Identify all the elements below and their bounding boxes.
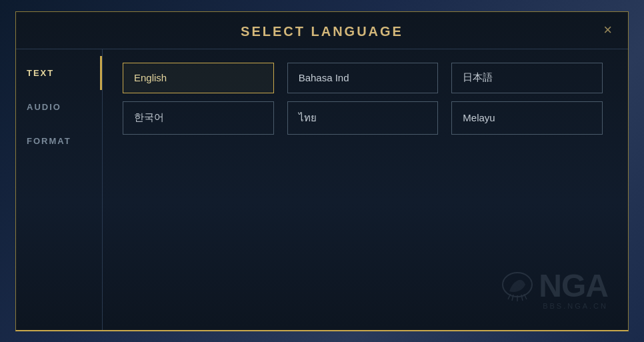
language-option-bahasa-ind[interactable]: Bahasa Ind <box>287 63 439 93</box>
bbs-label: BBS.NGA.CN <box>539 302 608 310</box>
sidebar-item-format[interactable]: FORMAT <box>16 124 102 158</box>
watermark-text: NGA BBS.NGA.CN <box>539 270 608 310</box>
select-language-modal: SELECT LANGUAGE × TEXT AUDIO FORMAT Engl… <box>15 11 629 331</box>
modal-header: SELECT LANGUAGE × <box>16 12 628 49</box>
sidebar: TEXT AUDIO FORMAT <box>16 49 103 330</box>
language-option-korean[interactable]: 한국어 <box>123 101 274 135</box>
content-area: English Bahasa Ind 日本語 한국어 ไทย <box>103 49 628 330</box>
sidebar-item-text[interactable]: TEXT <box>16 56 102 90</box>
nga-logo-icon <box>497 271 537 308</box>
language-option-japanese[interactable]: 日本語 <box>451 63 603 93</box>
language-grid: English Bahasa Ind 日本語 한국어 ไทย <box>123 63 603 135</box>
language-option-english[interactable]: English <box>123 63 274 93</box>
modal-title: SELECT LANGUAGE <box>241 24 403 39</box>
language-option-malay[interactable]: Melayu <box>451 101 603 135</box>
language-option-thai[interactable]: ไทย <box>287 101 439 135</box>
modal-overlay: SELECT LANGUAGE × TEXT AUDIO FORMAT Engl… <box>0 0 644 342</box>
close-button[interactable]: × <box>598 20 617 40</box>
nga-label: NGA <box>539 270 608 302</box>
watermark: NGA BBS.NGA.CN <box>497 270 608 310</box>
modal-body: TEXT AUDIO FORMAT English Bahasa Ind <box>16 49 628 330</box>
sidebar-item-audio[interactable]: AUDIO <box>16 90 102 124</box>
